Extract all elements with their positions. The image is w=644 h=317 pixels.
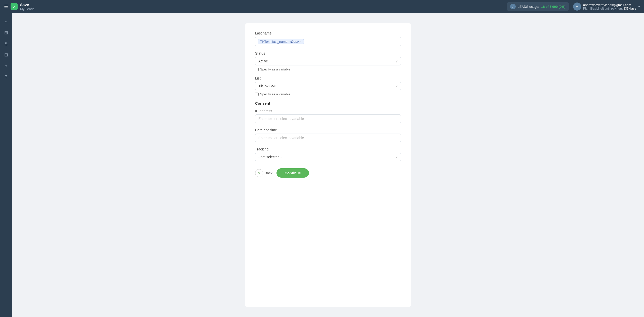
status-specify-row: Specify as a variable <box>255 67 401 71</box>
tag-separator: | <box>270 40 271 44</box>
brand: Save My Leads. <box>20 3 35 11</box>
sidebar: ⌂ ⊞ $ ⊡ ○ ? <box>0 13 12 317</box>
tag-field: last_name: <box>272 40 288 44</box>
sidebar-item-home[interactable]: ⌂ <box>2 17 11 26</box>
sidebar-item-briefcase[interactable]: ⊡ <box>2 50 11 59</box>
user-info: andrewsavemyleads@gmail.com Plan |Basic|… <box>583 3 636 10</box>
logo-box: ✓ <box>11 3 18 10</box>
last-name-field-group: Last name TikTok | last_name: «Doe» × <box>255 31 401 46</box>
user-chevron-down-icon: ▾ <box>638 5 640 9</box>
leads-count: 18 of 5'000 (0%) <box>541 5 566 9</box>
billing-icon: $ <box>5 41 7 47</box>
navbar-right: i LEADS usage: 18 of 5'000 (0%) A andrew… <box>507 2 640 11</box>
last-name-label: Last name <box>255 31 401 35</box>
leads-usage-label: LEADS usage: <box>518 5 539 9</box>
last-name-tag: TikTok | last_name: «Doe» × <box>258 39 304 44</box>
list-specify-row: Specify as a variable <box>255 92 401 96</box>
list-value: TikTok SML <box>258 84 277 88</box>
navbar-left: ☰ ✓ Save My Leads. <box>4 3 35 11</box>
tracking-value: - not selected - <box>258 155 282 159</box>
status-label: Status <box>255 51 401 55</box>
continue-button[interactable]: Continue <box>276 168 309 178</box>
home-icon: ⌂ <box>5 19 8 24</box>
tracking-select[interactable]: - not selected - ∨ <box>255 153 401 161</box>
user-section[interactable]: A andrewsavemyleads@gmail.com Plan |Basi… <box>573 3 640 11</box>
sidebar-item-user[interactable]: ○ <box>2 61 11 70</box>
list-label: List <box>255 76 401 80</box>
sidebar-item-help[interactable]: ? <box>2 72 11 82</box>
status-specify-checkbox[interactable] <box>255 68 259 71</box>
main-content: Last name TikTok | last_name: «Doe» × St… <box>12 13 644 317</box>
logo-check-icon: ✓ <box>13 4 16 9</box>
consent-heading: Consent <box>255 101 401 105</box>
connections-icon: ⊞ <box>4 30 8 35</box>
ip-input[interactable] <box>255 114 401 123</box>
sidebar-item-connections[interactable]: ⊞ <box>2 28 11 37</box>
list-chevron-icon: ∨ <box>395 84 398 88</box>
briefcase-icon: ⊡ <box>4 52 8 58</box>
button-row: ✎ Back Continue <box>255 168 401 178</box>
list-select[interactable]: TikTok SML ∨ <box>255 82 401 90</box>
tracking-label: Tracking <box>255 147 401 151</box>
tag-value: «Doe» <box>289 40 299 44</box>
tracking-chevron-icon: ∨ <box>395 155 398 159</box>
date-label: Date and time <box>255 128 401 132</box>
leads-usage-box: i LEADS usage: 18 of 5'000 (0%) <box>507 2 569 11</box>
help-icon: ? <box>5 74 7 80</box>
user-plan: Plan |Basic| left until payment 137 days <box>583 7 636 10</box>
back-pencil-icon: ✎ <box>255 169 263 177</box>
info-icon: i <box>510 4 516 9</box>
back-label: Back <box>265 171 272 175</box>
ip-field-group: IP-address <box>255 109 401 123</box>
list-specify-checkbox[interactable] <box>255 93 259 96</box>
sidebar-item-billing[interactable]: $ <box>2 39 11 48</box>
back-button[interactable]: ✎ Back <box>255 169 272 177</box>
avatar: A <box>573 3 581 11</box>
tag-close-icon[interactable]: × <box>300 40 302 43</box>
hamburger-menu-icon[interactable]: ☰ <box>4 4 8 9</box>
navbar: ☰ ✓ Save My Leads. i LEADS usage: 18 of … <box>0 0 644 13</box>
status-field-group: Status Active ∨ Specify as a variable <box>255 51 401 71</box>
list-field-group: List TikTok SML ∨ Specify as a variable <box>255 76 401 96</box>
date-input[interactable] <box>255 134 401 142</box>
brand-sub: My Leads. <box>20 7 35 11</box>
list-specify-label[interactable]: Specify as a variable <box>260 92 290 96</box>
last-name-tag-input[interactable]: TikTok | last_name: «Doe» × <box>255 37 401 46</box>
tracking-field-group: Tracking - not selected - ∨ <box>255 147 401 161</box>
status-value: Active <box>258 59 268 63</box>
user-email: andrewsavemyleads@gmail.com <box>583 3 636 7</box>
user-icon: ○ <box>5 63 8 69</box>
status-specify-label[interactable]: Specify as a variable <box>260 67 290 71</box>
status-select[interactable]: Active ∨ <box>255 57 401 65</box>
ip-label: IP-address <box>255 109 401 113</box>
form-card: Last name TikTok | last_name: «Doe» × St… <box>245 23 411 307</box>
tag-source: TikTok <box>260 40 269 44</box>
brand-name: Save <box>20 3 35 7</box>
status-chevron-icon: ∨ <box>395 59 398 63</box>
date-field-group: Date and time <box>255 128 401 142</box>
